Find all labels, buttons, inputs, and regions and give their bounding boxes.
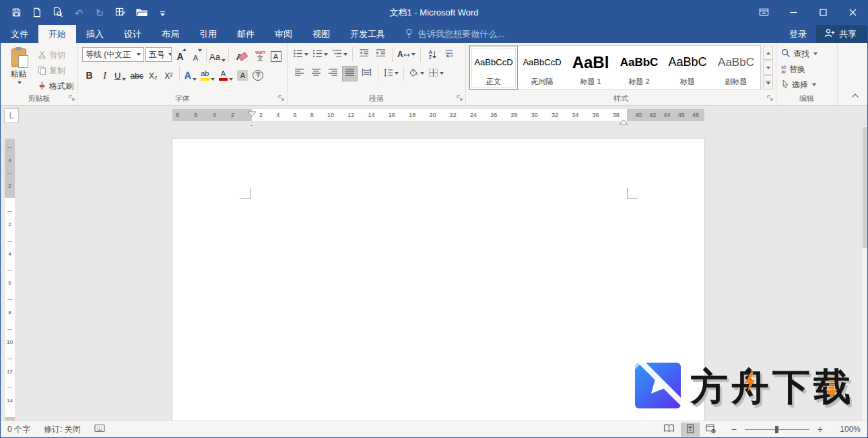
styles-gallery: AaBbCcD ↵正文 AaBbCcD ↵无间隔 AaBl 标题 1 AaBbC… — [469, 45, 761, 90]
tab-insert[interactable]: 插入 — [76, 25, 114, 43]
tab-developer[interactable]: 开发工具 — [340, 25, 395, 43]
read-mode-button[interactable] — [660, 423, 679, 437]
clipboard-dialog-launcher[interactable] — [67, 94, 76, 103]
align-right-button[interactable] — [325, 66, 341, 81]
vertical-ruler[interactable]: 42 2468101214 — [5, 139, 15, 422]
save-button[interactable] — [10, 5, 22, 20]
bold-button[interactable]: B — [82, 66, 96, 81]
align-left-button[interactable] — [292, 66, 307, 81]
tell-me-box[interactable]: 告诉我您想要做什么... — [405, 25, 504, 43]
change-case-button[interactable]: Aa — [210, 47, 225, 62]
new-document-button[interactable] — [31, 5, 43, 20]
styles-scroll-up-button[interactable] — [763, 46, 773, 60]
redo-button[interactable]: ↻ — [94, 5, 106, 20]
numbering-button[interactable] — [311, 47, 329, 63]
asian-layout-button[interactable]: A — [396, 47, 417, 63]
sort-button[interactable]: AZ — [424, 47, 440, 63]
tab-home[interactable]: 开始 — [38, 25, 76, 43]
font-size-combo[interactable]: 五号 — [145, 47, 172, 62]
share-button[interactable]: 共享 — [816, 25, 867, 43]
close-button[interactable] — [838, 1, 867, 25]
tab-references[interactable]: 引用 — [189, 25, 227, 43]
show-hide-marks-button[interactable] — [441, 47, 457, 63]
undo-button[interactable]: ↶ — [73, 5, 85, 20]
word-count[interactable]: 0 个字 — [7, 424, 30, 435]
align-center-button[interactable] — [308, 66, 324, 81]
underline-button[interactable]: U — [113, 66, 127, 81]
borders-button[interactable] — [427, 66, 445, 81]
tab-design[interactable]: 设计 — [114, 25, 152, 43]
copy-button[interactable]: 复制 — [36, 64, 75, 78]
strikethrough-button[interactable]: abc — [129, 66, 144, 81]
select-button[interactable]: 选择 — [779, 77, 834, 92]
style-title[interactable]: AaBbC 标题 — [663, 46, 712, 89]
style-subtitle[interactable]: AaBbC 副标题 — [712, 46, 760, 89]
font-dialog-launcher[interactable] — [277, 94, 286, 103]
decrease-indent-button[interactable] — [356, 47, 372, 63]
open-button[interactable] — [135, 5, 147, 20]
text-highlight-button[interactable]: ab — [199, 66, 216, 81]
ruler-tick — [7, 241, 12, 242]
italic-button[interactable]: I — [98, 66, 112, 81]
scrollbar-thumb[interactable] — [863, 127, 867, 248]
quick-edit-button[interactable] — [114, 5, 127, 20]
styles-dialog-launcher[interactable] — [766, 94, 774, 103]
character-shading-button[interactable]: A — [236, 66, 250, 81]
find-button[interactable]: 查找 — [779, 46, 834, 61]
shrink-font-button[interactable]: A — [189, 47, 203, 62]
zoom-level[interactable]: 100% — [831, 425, 861, 434]
multilevel-list-button[interactable] — [331, 47, 349, 63]
ime-keyboard-icon[interactable] — [94, 424, 105, 435]
shading-button[interactable] — [407, 66, 426, 81]
web-layout-button[interactable] — [702, 423, 721, 437]
grow-font-button[interactable]: A — [173, 47, 187, 62]
justify-button[interactable] — [342, 66, 358, 81]
print-layout-button[interactable] — [681, 423, 700, 437]
style-no-spacing[interactable]: AaBbCcD ↵无间隔 — [518, 46, 566, 89]
tab-review[interactable]: 审阅 — [265, 25, 302, 43]
text-effects-button[interactable]: A — [183, 66, 198, 81]
font-family-combo[interactable]: 等线 (中文正 — [82, 47, 144, 62]
document-page[interactable] — [172, 139, 704, 422]
zoom-slider[interactable] — [745, 429, 809, 430]
paste-button[interactable]: 粘贴 — [3, 45, 34, 94]
tab-view[interactable]: 视图 — [302, 25, 340, 43]
vertical-scrollbar[interactable] — [861, 126, 867, 422]
tab-layout[interactable]: 布局 — [152, 25, 189, 43]
bullets-button[interactable] — [292, 47, 310, 63]
increase-indent-button[interactable] — [373, 47, 389, 63]
font-color-button[interactable]: A — [218, 66, 234, 81]
phonetic-guide-button[interactable]: wén文 — [253, 47, 267, 62]
tab-stop-selector[interactable]: L — [4, 108, 19, 123]
style-heading-2[interactable]: AaBbC 标题 2 — [615, 46, 663, 89]
print-preview-button[interactable] — [52, 5, 64, 20]
clear-formatting-button[interactable]: A — [232, 47, 246, 62]
format-painter-button[interactable]: 格式刷 — [36, 79, 75, 94]
first-line-indent-marker[interactable] — [247, 108, 257, 120]
zoom-out-button[interactable]: − — [730, 424, 738, 435]
enclose-characters-button[interactable]: 字 — [251, 66, 265, 81]
qat-customize-button[interactable] — [156, 5, 168, 20]
distribute-button[interactable] — [359, 66, 374, 81]
sign-in-button[interactable]: 登录 — [780, 25, 816, 43]
minimize-button[interactable] — [778, 1, 808, 25]
collapse-ribbon-button[interactable] — [850, 89, 861, 102]
ribbon-display-options-button[interactable] — [749, 1, 778, 25]
maximize-button[interactable] — [808, 1, 838, 25]
style-heading-1[interactable]: AaBl 标题 1 — [566, 46, 615, 89]
character-border-button[interactable]: A — [269, 47, 283, 62]
tab-mailings[interactable]: 邮件 — [227, 25, 265, 43]
line-spacing-button[interactable] — [382, 66, 400, 81]
styles-gallery-more-button[interactable] — [763, 75, 773, 89]
styles-scroll-down-button[interactable] — [763, 61, 773, 75]
tab-file[interactable]: 文件 — [1, 25, 38, 43]
zoom-slider-thumb[interactable] — [775, 426, 778, 433]
track-changes-status[interactable]: 修订: 关闭 — [44, 424, 81, 435]
cut-button[interactable]: 剪切 — [36, 48, 75, 63]
replace-button[interactable]: abac 替换 — [779, 62, 834, 77]
zoom-in-button[interactable]: + — [816, 424, 824, 435]
subscript-button[interactable]: X₂ — [146, 66, 160, 81]
superscript-button[interactable]: X² — [162, 66, 176, 81]
style-normal[interactable]: AaBbCcD ↵正文 — [469, 46, 518, 89]
paragraph-dialog-launcher[interactable] — [455, 94, 464, 103]
